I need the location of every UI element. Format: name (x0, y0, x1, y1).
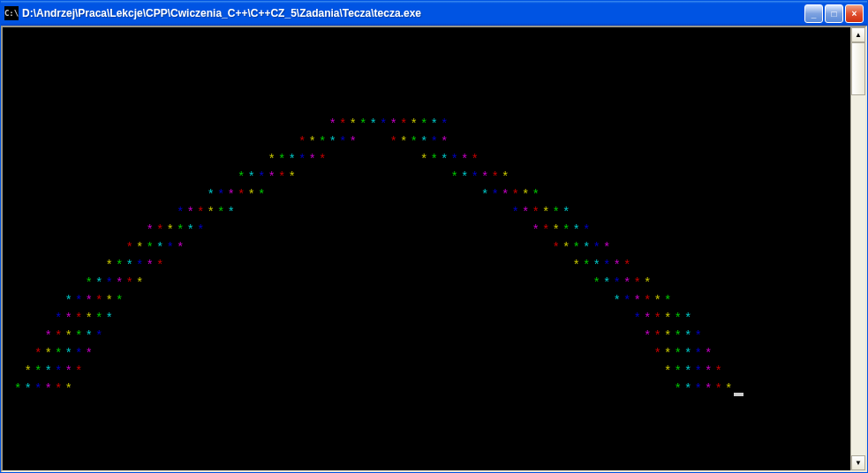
console-row (3, 27, 850, 45)
console-row: ****** ****** (3, 169, 850, 186)
console-row: ****** ****** (3, 239, 850, 257)
content-area: ************ ****** ****** ****** ******… (1, 26, 867, 472)
scroll-down-button[interactable]: ▼ (851, 455, 865, 470)
console-row: ****** ****** (3, 310, 850, 327)
console-row (3, 63, 850, 80)
console-row: ****** ****** (3, 186, 850, 204)
console-row: ****** ****** (3, 292, 850, 310)
console-output: ************ ****** ****** ****** ******… (3, 27, 850, 470)
console-row: ************ (3, 116, 850, 133)
console-content: ************ ****** ****** ****** ******… (3, 27, 850, 398)
console-window: C:\ D:\Andrzej\Praca\Lekcje\CPP\Cwiczeni… (0, 0, 868, 473)
console-row: ****** ****** (3, 133, 850, 151)
window-title: D:\Andrzej\Praca\Lekcje\CPP\Cwiczenia_C+… (22, 7, 804, 19)
console-row: ****** ****** (3, 221, 850, 239)
console-row (3, 45, 850, 63)
console-row: ****** ****** (3, 380, 850, 398)
console-row: ****** ****** (3, 257, 850, 274)
console-row: ****** ****** (3, 204, 850, 221)
vertical-scrollbar[interactable]: ▲ ▼ (850, 27, 865, 470)
console-row: ****** ****** (3, 327, 850, 345)
scroll-track[interactable] (851, 42, 865, 455)
console-row: ****** ****** (3, 274, 850, 292)
console-row: ****** ****** (3, 345, 850, 363)
close-button[interactable]: × (845, 4, 864, 23)
scroll-up-button[interactable]: ▲ (851, 27, 865, 42)
window-controls: _ □ × (804, 4, 864, 23)
console-row (3, 80, 850, 98)
titlebar[interactable]: C:\ D:\Andrzej\Praca\Lekcje\CPP\Cwiczeni… (1, 1, 867, 26)
console-row: ****** ****** (3, 151, 850, 169)
console-row (3, 98, 850, 116)
console-row: ****** ****** (3, 363, 850, 380)
maximize-button[interactable]: □ (825, 4, 843, 23)
cmd-icon: C:\ (4, 6, 19, 20)
cursor (734, 393, 743, 396)
scroll-thumb[interactable] (851, 42, 865, 95)
minimize-button[interactable]: _ (804, 4, 823, 23)
